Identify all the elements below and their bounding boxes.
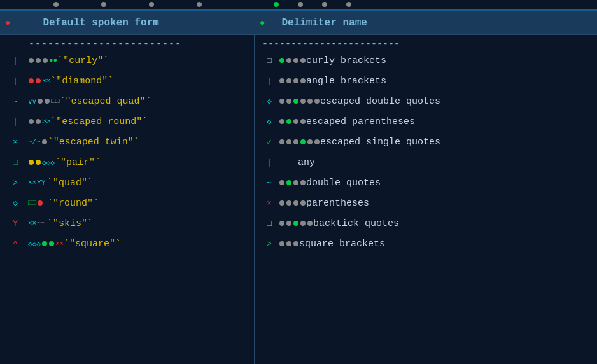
right-indicators-1 xyxy=(279,58,306,63)
right-indicators-2 xyxy=(279,78,306,83)
row-indicators-10: ◇◇◇ ×× xyxy=(28,240,64,248)
row-gutter-4: | xyxy=(3,117,28,127)
right-gutter-8: × xyxy=(260,199,279,208)
dot xyxy=(293,78,298,83)
dot xyxy=(279,119,284,124)
indicator-sym: ∨∨ xyxy=(28,97,36,106)
item-text: `"square"` xyxy=(64,239,121,249)
right-top-dots xyxy=(255,2,597,7)
dot xyxy=(279,241,284,246)
row-gutter-6: □ xyxy=(3,158,28,167)
row-indicators-1: ●● xyxy=(28,57,57,64)
indicator-sym: ◇◇◇ xyxy=(28,240,41,248)
dot xyxy=(29,160,34,165)
row-indicators-3: ∨∨ □□ xyxy=(28,97,59,106)
dot xyxy=(286,241,291,246)
row-gutter-1: | xyxy=(3,56,28,66)
right-indicators-7 xyxy=(279,180,306,185)
dot xyxy=(300,139,306,144)
list-item: > square brackets xyxy=(255,234,597,254)
dot xyxy=(293,241,298,246)
list-item: ~ double quotes xyxy=(255,172,597,193)
top-dot-2 xyxy=(101,2,106,7)
dot xyxy=(293,180,298,185)
row-gutter-2: | xyxy=(3,76,28,86)
row-gutter-9: Y xyxy=(3,219,28,228)
right-panel[interactable]: ------------------------ □ curly bracket… xyxy=(255,35,597,364)
list-item: ✓ escaped single quotes xyxy=(255,132,597,152)
dot xyxy=(300,200,306,206)
dot xyxy=(307,139,313,144)
dot xyxy=(307,99,313,104)
item-text: `"round"` xyxy=(47,198,99,209)
dot xyxy=(279,58,284,63)
dot xyxy=(286,221,291,226)
item-text: `"escaped round"` xyxy=(50,116,148,127)
list-item: > ×× YY `"quad"` xyxy=(0,172,254,193)
dot xyxy=(314,139,320,144)
dot xyxy=(307,221,313,226)
dot xyxy=(286,180,291,185)
row-indicators-4: >> xyxy=(28,118,50,125)
dot xyxy=(36,119,41,124)
dot xyxy=(36,160,41,165)
row-indicators-8: □□ xyxy=(28,199,47,207)
right-indicators-3 xyxy=(279,99,320,104)
indicator-sym: ~/~ xyxy=(28,138,41,146)
right-gutter-10: > xyxy=(260,239,279,249)
dot xyxy=(300,180,306,185)
item-text: parentheses xyxy=(306,198,369,209)
list-item: ^ ◇◇◇ ×× `"square"` xyxy=(0,234,254,254)
dot xyxy=(38,200,43,206)
dot xyxy=(286,200,291,206)
dot xyxy=(286,99,291,104)
right-indicators-10 xyxy=(279,241,299,246)
dot xyxy=(300,99,306,104)
dot xyxy=(286,58,291,63)
table-header: ● Default spoken form ● Delimiter name xyxy=(0,11,597,35)
dot xyxy=(49,241,54,246)
main-container: ● Default spoken form ● Delimiter name -… xyxy=(0,0,597,364)
list-item: □ ◇◇◇ `"pair"` xyxy=(0,152,254,172)
item-text: `"skis"` xyxy=(47,218,93,229)
right-divider: ------------------------ xyxy=(255,38,597,50)
dot xyxy=(293,221,298,226)
indicator-sym: ×× xyxy=(28,179,36,186)
right-gutter-6: | xyxy=(260,158,279,167)
dot xyxy=(293,200,298,206)
col2-header: Delimiter name xyxy=(269,17,597,29)
list-item: × parentheses xyxy=(255,193,597,213)
left-panel[interactable]: ------------------------ | ●● `"curly"` … xyxy=(0,35,255,364)
right-indicators-9 xyxy=(279,221,313,226)
left-top-dots xyxy=(0,2,255,7)
dot xyxy=(45,99,50,104)
right-gutter-1: □ xyxy=(260,56,279,66)
top-dot-5 xyxy=(298,2,303,7)
item-text: double quotes xyxy=(306,178,381,188)
right-gutter-3: ◇ xyxy=(260,96,279,106)
header-left-indicator: ● xyxy=(5,18,10,28)
dot xyxy=(279,99,284,104)
list-item: ◇ escaped parentheses xyxy=(255,111,597,132)
dot xyxy=(279,78,284,83)
list-item: □ curly brackets xyxy=(255,50,597,71)
indicator-sym: ●● xyxy=(49,57,57,64)
right-gutter-5: ✓ xyxy=(260,137,279,147)
row-indicators-2: ×× xyxy=(28,77,50,85)
right-gutter-9: □ xyxy=(260,219,279,228)
dot xyxy=(43,58,48,63)
row-indicators-5: ~/~ xyxy=(28,138,48,146)
row-gutter-7: > xyxy=(3,178,28,188)
item-text: `"escaped quad"` xyxy=(59,96,151,107)
dot xyxy=(300,78,306,83)
content-area: ------------------------ | ●● `"curly"` … xyxy=(0,35,597,364)
item-text: `"diamond"` xyxy=(50,76,113,87)
row-indicators-9: ×× ~~ xyxy=(28,220,47,227)
dot xyxy=(286,139,291,144)
item-text: any xyxy=(298,157,315,168)
dot xyxy=(279,221,284,226)
indicator-sym: □□ xyxy=(51,97,59,105)
dot xyxy=(293,99,298,104)
dot xyxy=(293,139,298,144)
right-gutter-2: | xyxy=(260,76,279,86)
